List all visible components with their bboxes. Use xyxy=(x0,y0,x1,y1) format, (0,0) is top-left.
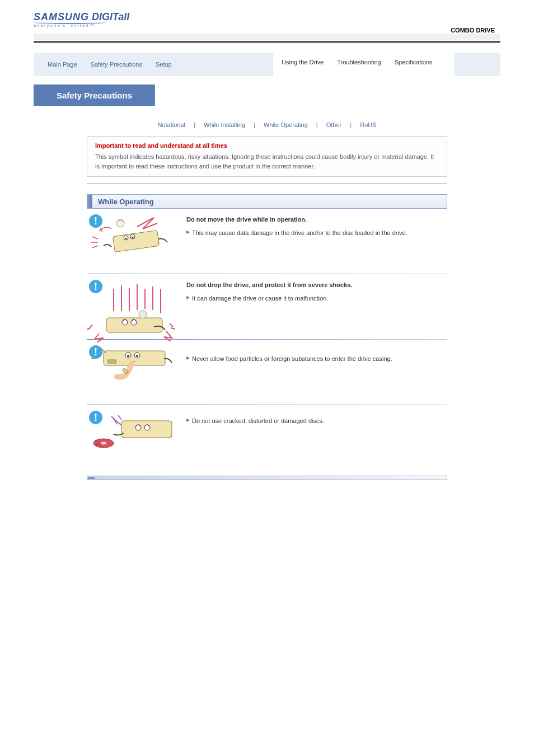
warning-text: ▶ Do not use cracked, distorted or damag… xyxy=(176,408,447,459)
sub-nav: Notational | While Installing | While Op… xyxy=(56,121,478,128)
warning-bullet-text: This may cause data damage in the drive … xyxy=(192,228,407,238)
top-nav: Main Page Safety Precautions Setup Using… xyxy=(34,53,500,76)
svg-point-18 xyxy=(135,425,141,430)
svg-rect-0 xyxy=(113,231,159,252)
bottom-gradient-bar xyxy=(87,476,447,480)
header-divider xyxy=(34,41,500,43)
warning-illustration-cracked-disc: ! xyxy=(87,408,176,459)
warning-illustration-foreign: ! xyxy=(87,343,176,393)
important-title: Important to read and understand at all … xyxy=(95,142,439,149)
warning-row: ! Do not move the drive while in operati… xyxy=(87,209,447,270)
nav-main-page[interactable]: Main Page xyxy=(48,61,77,68)
while-operating-title: While Operating xyxy=(98,198,154,206)
logo-brand-primary: SAMSUNG xyxy=(34,11,89,22)
important-text: This symbol indicates hazardous, risky s… xyxy=(95,152,439,171)
warning-text: ▶ Never allow food particles or foreign … xyxy=(176,343,447,393)
bullet-icon: ▶ xyxy=(186,354,192,364)
content-divider xyxy=(87,184,447,184)
warning-row: ! ▶ Do not use cracked, distorted or dam… xyxy=(87,405,447,467)
svg-point-9 xyxy=(139,311,147,318)
svg-point-14 xyxy=(127,355,129,357)
warning-illustration-drop: ! xyxy=(87,278,176,328)
warning-heading: Do not drop the drive, and protect it fr… xyxy=(186,281,443,289)
content-area: Notational | While Installing | While Op… xyxy=(34,121,500,480)
warning-bullet-text: Never allow food particles or foreign su… xyxy=(192,354,392,364)
warning-bullet-text: It can damage the drive or cause it to m… xyxy=(192,294,328,303)
subnav-installing[interactable]: While Installing xyxy=(204,121,245,128)
logo-tagline: everyone's invited™ xyxy=(34,23,129,28)
bullet-icon: ▶ xyxy=(186,228,192,238)
nav-specifications[interactable]: Specifications xyxy=(395,59,433,65)
section-badge: Safety Precautions xyxy=(34,84,155,106)
model-label: COMBO DRIVE xyxy=(451,27,495,34)
warning-illustration-moving: ! xyxy=(87,212,176,262)
nav-troubleshooting[interactable]: Troubleshooting xyxy=(337,59,381,65)
warning-bullet-text: Do not use cracked, distorted or damaged… xyxy=(192,416,324,426)
warning-text: Do not move the drive while in operation… xyxy=(176,212,447,262)
nav-using-drive[interactable]: Using the Drive xyxy=(282,59,324,65)
warning-heading: Do not move the drive while in operation… xyxy=(186,215,443,224)
svg-point-15 xyxy=(136,355,138,357)
samsung-logo: SAMSUNG DIGITall everyone's invited™ xyxy=(34,11,129,28)
warning-text: Do not drop the drive, and protect it fr… xyxy=(176,278,447,328)
subnav-other[interactable]: Other xyxy=(326,121,342,128)
nav-safety[interactable]: Safety Precautions xyxy=(91,61,142,68)
svg-point-19 xyxy=(144,425,150,430)
subnav-notational[interactable]: Notational xyxy=(157,121,185,128)
svg-point-3 xyxy=(125,238,127,240)
model-bar: COMBO DRIVE xyxy=(34,34,500,40)
bullet-icon: ▶ xyxy=(186,416,192,426)
svg-point-21 xyxy=(101,442,106,445)
exclamation-icon: ! xyxy=(89,214,102,228)
nav-setup[interactable]: Setup xyxy=(156,61,172,68)
bullet-icon: ▶ xyxy=(186,294,192,303)
header-accent-bars xyxy=(87,195,92,208)
svg-point-5 xyxy=(116,219,124,227)
nav-active-group: Using the Drive Troubleshooting Specific… xyxy=(273,49,455,76)
subnav-operating[interactable]: While Operating xyxy=(264,121,308,128)
important-notice: Important to read and understand at all … xyxy=(87,136,447,177)
warning-row: ! Do not drop the drive, and protect it … xyxy=(87,274,447,336)
svg-rect-11 xyxy=(108,360,116,363)
logo-brand-secondary: DIGITall xyxy=(92,11,129,22)
exclamation-icon: ! xyxy=(89,280,102,293)
warning-row: ! ▶ Never allow food particles or foreig… xyxy=(87,340,447,401)
svg-point-4 xyxy=(132,237,134,238)
subnav-rohs[interactable]: RoHS xyxy=(360,121,376,128)
exclamation-icon: ! xyxy=(89,345,102,359)
exclamation-icon: ! xyxy=(89,411,102,424)
svg-point-7 xyxy=(122,320,128,325)
while-operating-header: While Operating xyxy=(87,194,447,209)
svg-point-8 xyxy=(131,320,137,325)
